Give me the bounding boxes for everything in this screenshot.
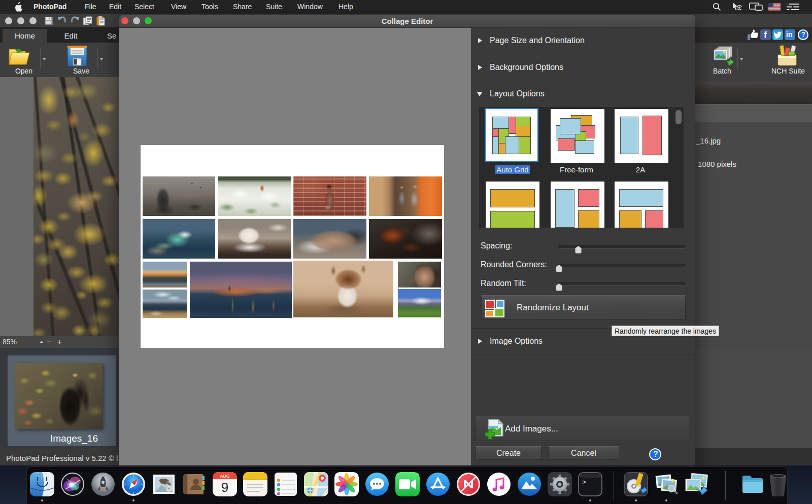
svg-text:>_: >_ xyxy=(582,479,590,486)
svg-text:9: 9 xyxy=(221,480,228,495)
svg-text:AUG: AUG xyxy=(220,474,230,479)
